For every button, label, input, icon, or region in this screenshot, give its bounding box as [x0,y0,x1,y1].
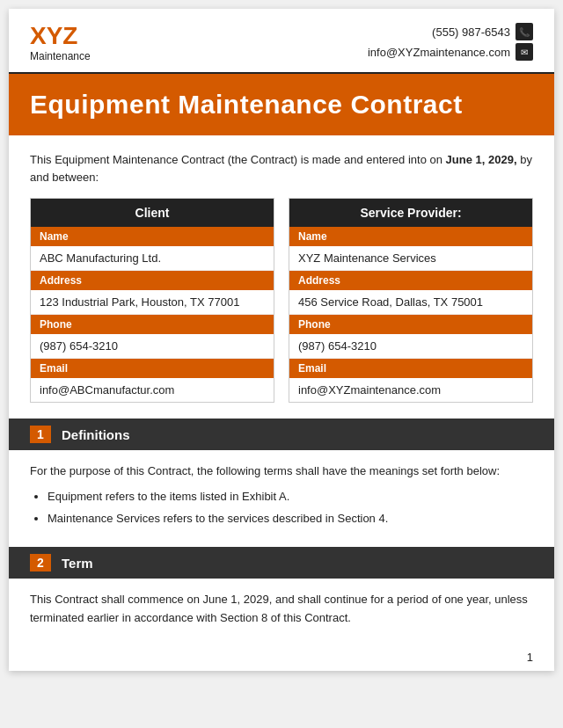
intro-text: This Equipment Maintenance Contract (the… [9,135,554,198]
section-2-number: 2 [30,554,51,571]
section-2-body: This Contract shall commence on June 1, … [9,579,554,644]
section-1-para: For the purpose of this Contract, the fo… [30,462,533,481]
phone-row: (555) 987-6543 📞 [368,23,533,40]
provider-phone-label: Phone [289,315,532,334]
provider-name-value: XYZ Maintenance Services [289,246,532,271]
section-1-number: 1 [30,426,51,443]
provider-column: Service Provider: Name XYZ Maintenance S… [289,198,533,403]
provider-email-label: Email [289,359,532,378]
provider-header: Service Provider: [289,199,532,227]
header: XYZ Maintenance (555) 987-6543 📞 info@XY… [9,9,554,74]
contract-title: Equipment Maintenance Contract [30,90,533,120]
section-2-title: Term [62,556,93,571]
client-email-value: info@ABCmanufactur.com [31,378,274,402]
section-1-title: Definitions [62,427,130,442]
provider-phone-value: (987) 654-3210 [289,334,532,359]
section-1-body: For the purpose of this Contract, the fo… [9,450,554,547]
email-row: info@XYZmaintenance.com ✉ [368,43,533,61]
parties-section: Client Name ABC Manufacturing Ltd. Addre… [9,198,554,419]
client-phone-value: (987) 654-3210 [31,334,274,359]
page: XYZ Maintenance (555) 987-6543 📞 info@XY… [9,9,554,671]
phone-text: (555) 987-6543 [432,25,510,39]
provider-address-value: 456 Service Road, Dallas, TX 75001 [289,290,532,315]
client-name-label: Name [31,227,274,246]
section-1-header: 1Definitions [9,419,554,450]
client-address-label: Address [31,271,274,290]
client-column: Client Name ABC Manufacturing Ltd. Addre… [30,198,274,403]
section-2: 2TermThis Contract shall commence on Jun… [9,547,554,644]
email-text: info@XYZmaintenance.com [368,46,510,59]
email-icon: ✉ [515,43,533,61]
client-address-value: 123 Industrial Park, Houston, TX 77001 [31,290,274,315]
provider-email-value: info@XYZmaintenance.com [289,378,532,402]
list-item: Equipment refers to the items listed in … [48,488,533,506]
logo-block: XYZ Maintenance [30,24,91,62]
section-2-header: 2Term [9,547,554,579]
client-header: Client [31,199,274,227]
section-1: 1DefinitionsFor the purpose of this Cont… [9,419,554,547]
intro-prefix: This Equipment Maintenance Contract (the… [30,153,446,166]
provider-address-label: Address [289,271,532,290]
title-banner: Equipment Maintenance Contract [9,74,554,135]
logo-sub: Maintenance [30,50,91,62]
client-name-value: ABC Manufacturing Ltd. [31,246,274,271]
intro-date: June 1, 2029, [446,153,517,166]
list-item: Maintenance Services refers to the servi… [48,510,533,528]
provider-name-label: Name [289,227,532,246]
logo-xyz: XYZ [30,24,91,48]
page-number: 1 [9,644,554,671]
phone-icon: 📞 [515,23,533,40]
sections-container: 1DefinitionsFor the purpose of this Cont… [9,419,554,644]
client-phone-label: Phone [31,315,274,334]
client-email-label: Email [31,359,274,378]
header-contact: (555) 987-6543 📞 info@XYZmaintenance.com… [368,23,533,63]
section-1-list: Equipment refers to the items listed in … [30,488,533,528]
section-2-para: This Contract shall commence on June 1, … [30,591,533,628]
